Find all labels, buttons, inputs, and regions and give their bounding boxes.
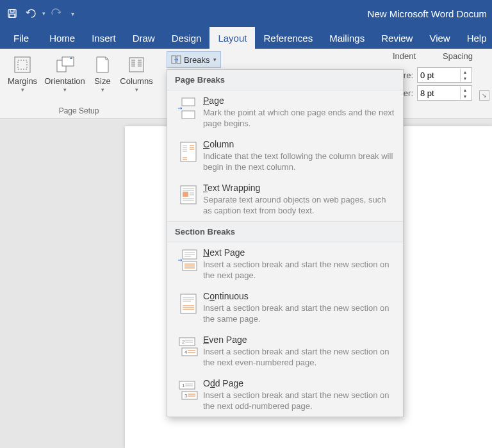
- svg-text:4: 4: [184, 349, 188, 355]
- spin-up-icon[interactable]: ▲: [461, 69, 470, 75]
- menu-item-page-break[interactable]: PageMark the point at which one page end…: [167, 90, 403, 134]
- tab-design[interactable]: Design: [163, 27, 210, 49]
- even-page-icon: 24: [174, 335, 203, 368]
- tab-review[interactable]: Review: [373, 27, 421, 49]
- tab-file[interactable]: File: [5, 27, 37, 49]
- undo-dropdown-caret[interactable]: ▾: [42, 10, 45, 17]
- ribbon-tabs: File Home Insert Draw Design Layout Refe…: [0, 27, 492, 49]
- tab-draw[interactable]: Draw: [124, 27, 163, 49]
- text-wrapping-icon: [174, 183, 203, 216]
- chevron-down-icon: ▾: [213, 56, 217, 63]
- group-label-page-setup: Page Setup: [59, 105, 99, 118]
- redo-button[interactable]: [48, 5, 65, 22]
- section-breaks-header: Section Breaks: [167, 221, 403, 242]
- column-break-icon: [174, 139, 203, 172]
- spacing-label: Spacing: [443, 51, 473, 61]
- svg-rect-19: [182, 111, 195, 119]
- margins-icon: [13, 55, 32, 74]
- page-break-icon: [174, 95, 203, 129]
- spin-down-icon[interactable]: ▼: [461, 93, 470, 99]
- svg-rect-1: [10, 10, 14, 12]
- save-button[interactable]: [4, 5, 20, 22]
- breaks-icon: [171, 55, 181, 64]
- menu-item-text-wrapping-break[interactable]: Text WrappingSeparate text around object…: [167, 178, 403, 221]
- spacing-after-value[interactable]: [418, 88, 460, 98]
- spacing-before-value[interactable]: [418, 71, 460, 80]
- tab-insert[interactable]: Insert: [83, 27, 124, 49]
- save-icon: [7, 8, 17, 19]
- svg-text:1: 1: [182, 383, 185, 388]
- spin-down-icon[interactable]: ▼: [461, 75, 470, 81]
- redo-icon: [51, 8, 62, 19]
- indent-label: Indent: [393, 51, 443, 61]
- spacing-after-input[interactable]: ▲▼: [417, 85, 472, 101]
- spacing-before-input[interactable]: ▲▼: [417, 67, 472, 83]
- svg-text:3: 3: [184, 393, 188, 399]
- undo-icon: [25, 8, 38, 19]
- tab-layout[interactable]: Layout: [209, 27, 255, 49]
- document-title: New Microsoft Word Docum: [78, 8, 492, 19]
- undo-button[interactable]: [23, 5, 40, 22]
- margins-button[interactable]: Margins▾: [3, 51, 42, 93]
- spin-up-icon[interactable]: ▲: [461, 87, 470, 93]
- menu-item-next-page[interactable]: Next PageInsert a section break and star…: [167, 242, 403, 286]
- title-bar: ▾ ▾ New Microsoft Word Docum: [0, 0, 492, 27]
- svg-rect-2: [10, 14, 15, 17]
- tab-view[interactable]: View: [421, 27, 458, 49]
- menu-item-continuous[interactable]: ContinuousInsert a section break and sta…: [167, 286, 403, 329]
- continuous-icon: [174, 291, 203, 324]
- columns-button[interactable]: Columns▾: [118, 51, 155, 93]
- next-page-icon: [174, 247, 203, 281]
- tab-references[interactable]: References: [255, 27, 321, 49]
- svg-rect-3: [15, 57, 30, 72]
- orientation-button[interactable]: Orientation▾: [42, 51, 87, 93]
- svg-rect-4: [18, 60, 27, 69]
- svg-rect-31: [183, 192, 188, 197]
- tab-home[interactable]: Home: [41, 27, 83, 49]
- dialog-launcher[interactable]: ↘: [479, 90, 489, 101]
- svg-text:2: 2: [182, 339, 185, 345]
- breaks-button[interactable]: Breaks ▾: [167, 51, 221, 68]
- odd-page-icon: 13: [174, 378, 203, 411]
- quick-access-toolbar: ▾ ▾: [0, 5, 78, 22]
- svg-rect-18: [182, 98, 195, 106]
- orientation-icon: [54, 55, 75, 74]
- page-breaks-header: Page Breaks: [167, 70, 403, 90]
- group-page-setup: Margins▾ Orientation▾ Size▾ Columns▾ Pag…: [0, 49, 158, 118]
- tab-mailings[interactable]: Mailings: [321, 27, 373, 49]
- svg-rect-7: [129, 58, 144, 72]
- page-size-icon: [94, 55, 111, 74]
- breaks-dropdown: Page Breaks PageMark the point at which …: [167, 69, 404, 417]
- tab-help[interactable]: Help: [459, 27, 492, 49]
- menu-item-odd-page[interactable]: 13 Odd PageInsert a section break and st…: [167, 373, 403, 417]
- paragraph-group: Indent Spacing ore: ▲▼ er: ▲▼ ↘: [393, 50, 492, 103]
- qat-customize-caret[interactable]: ▾: [71, 10, 74, 17]
- menu-item-column-break[interactable]: ColumnIndicate that the text following t…: [167, 134, 403, 178]
- size-button[interactable]: Size▾: [87, 51, 118, 93]
- menu-item-even-page[interactable]: 24 Even PageInsert a section break and s…: [167, 329, 403, 373]
- columns-icon: [127, 55, 145, 74]
